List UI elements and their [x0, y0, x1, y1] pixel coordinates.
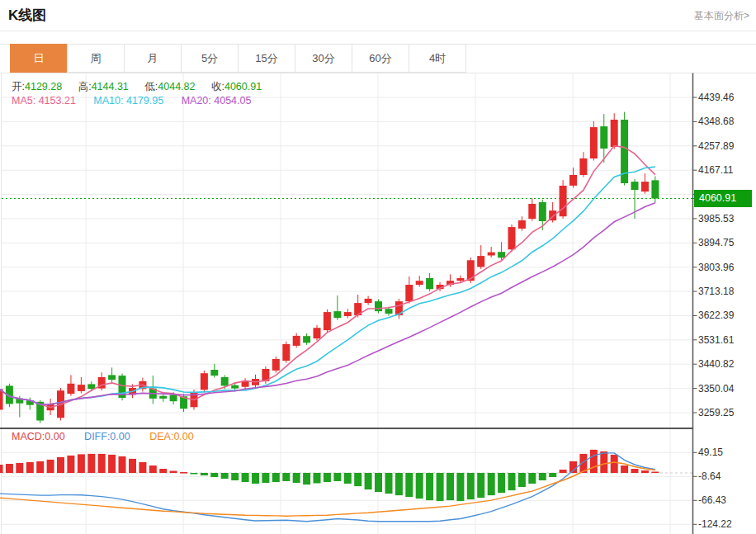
ma10-label: MA10: [93, 95, 123, 106]
price-axis-label: 3531.61 [698, 334, 734, 346]
page-title: K线图 [8, 6, 46, 25]
tab-60min[interactable]: 60分 [352, 44, 409, 73]
ma20-label: MA20: [182, 95, 211, 106]
price-axis-label: 4257.89 [698, 140, 734, 152]
price-axis-label: 4348.68 [698, 116, 734, 127]
interval-tab-bar: 日周月5分15分30分60分4时 [10, 44, 466, 73]
macd-axis-label: -8.64 [698, 470, 721, 482]
ma10-value: 4179.95 [126, 95, 163, 106]
macd-axis-label: -124.22 [698, 518, 732, 530]
macd-legend-bar: MACD:0.00 DIFF:0.00 DEA:0.00 [12, 431, 210, 442]
fundamental-analysis-link[interactable]: 基本面分析> [694, 9, 749, 23]
ma-legend-bar: MA5: 4153.21 MA10: 4179.95 MA20: 4054.05 [12, 95, 266, 106]
high-value: 4144.31 [92, 81, 129, 92]
price-axis-label: 4167.11 [698, 164, 734, 176]
price-axis-label: 3259.25 [698, 407, 734, 418]
dea-label: DEA: [149, 431, 173, 442]
tab-4hour[interactable]: 4时 [409, 44, 466, 73]
open-label: 开: [12, 81, 25, 92]
low-label: 低: [144, 81, 158, 92]
ma5-label: MA5: [12, 95, 35, 106]
macd-axis-label: -66.43 [698, 494, 726, 506]
diff-value: 0.00 [110, 431, 130, 442]
tab-15min[interactable]: 15分 [238, 44, 295, 73]
dea-value: 0.00 [173, 431, 193, 442]
close-value: 4060.91 [224, 81, 262, 92]
price-axis-label: 4439.46 [698, 92, 734, 103]
price-axis-label: 3622.39 [698, 310, 734, 321]
price-axis-label: 3894.75 [698, 237, 734, 248]
macd-label: MACD: [12, 431, 45, 442]
high-label: 高: [78, 81, 92, 92]
kline-page: K线图 基本面分析> 日周月5分15分30分60分4时 开:4129.28 高:… [0, 0, 756, 534]
macd-value: 0.00 [45, 431, 64, 442]
price-axis-label: 3350.04 [698, 383, 734, 395]
tab-month[interactable]: 月 [124, 44, 182, 73]
price-axis-label: 3803.96 [698, 262, 734, 273]
open-value: 4129.28 [25, 81, 62, 92]
tab-5min[interactable]: 5分 [181, 44, 239, 73]
ma5-value: 4153.21 [39, 95, 76, 106]
ohlc-quote-bar: 开:4129.28 高:4144.31 低:4044.82 收:4060.91 [12, 80, 275, 94]
low-value: 4044.82 [158, 81, 195, 92]
ma20-value: 4054.05 [214, 95, 251, 106]
price-axis-label: 3440.82 [698, 358, 734, 370]
price-axis-label: 3985.53 [698, 213, 734, 224]
last-price-badge: 4060.91 [694, 190, 752, 207]
tab-day[interactable]: 日 [10, 44, 68, 73]
price-axis-label: 3713.18 [698, 286, 734, 297]
close-label: 收: [211, 81, 224, 92]
diff-label: DIFF: [84, 431, 110, 442]
tab-week[interactable]: 周 [67, 44, 125, 73]
tab-30min[interactable]: 30分 [295, 44, 352, 73]
macd-axis-label: 49.15 [698, 447, 723, 458]
